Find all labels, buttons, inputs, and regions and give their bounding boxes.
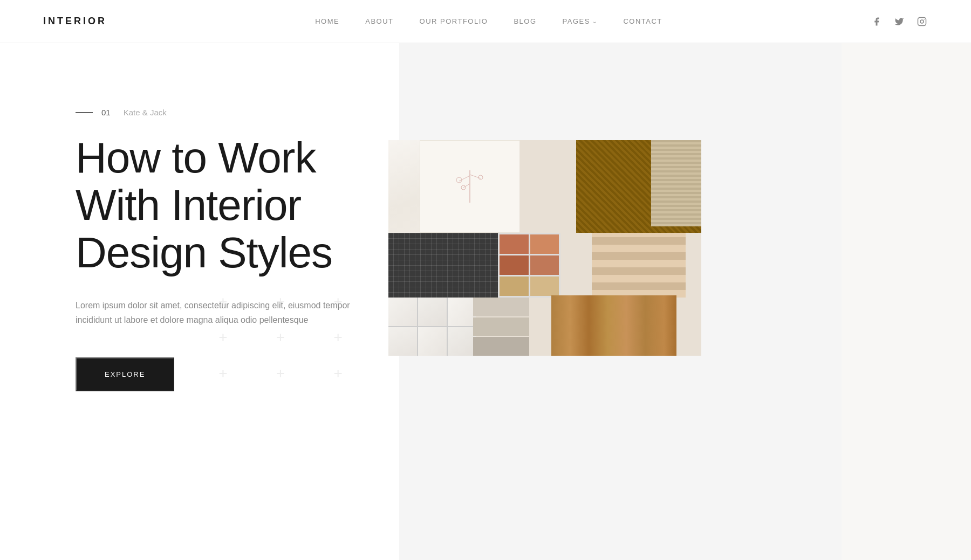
stone-swatch — [473, 298, 529, 316]
nav-item-pages[interactable]: PAGES ⌄ — [563, 17, 598, 25]
stone-swatch — [473, 337, 529, 356]
marble-tile — [448, 298, 476, 326]
plus-sign: + — [194, 284, 252, 320]
main-content: 01 Kate & Jack How to Work With Interior… — [0, 43, 971, 560]
logo[interactable]: INTERIOR — [43, 16, 107, 27]
swatch — [500, 276, 529, 296]
slide-indicator: 01 Kate & Jack — [76, 108, 399, 117]
marble-tile — [418, 327, 447, 356]
plus-decorations: + + + + + + + + + — [194, 284, 367, 391]
fabric-striped — [592, 233, 686, 298]
swatch — [530, 255, 559, 275]
hero-right — [399, 43, 971, 560]
slide-author: Kate & Jack — [124, 108, 167, 117]
fabric-plaid — [388, 233, 501, 298]
plus-sign: + — [252, 284, 310, 320]
svg-point-2 — [924, 19, 925, 20]
nav-item-contact[interactable]: CONTACT — [623, 17, 662, 25]
swatch — [500, 255, 529, 275]
marble-tiles — [388, 298, 476, 356]
plus-sign: + — [309, 320, 367, 356]
instagram-icon[interactable] — [916, 16, 928, 27]
stone-swatches — [473, 298, 529, 356]
svg-point-7 — [478, 175, 483, 179]
plus-sign: + — [194, 356, 252, 392]
slide-number: 01 — [101, 108, 111, 117]
swatch — [500, 234, 529, 254]
marble-tile — [448, 327, 476, 356]
explore-button[interactable]: EXPLORE — [76, 357, 174, 391]
swatch — [530, 234, 559, 254]
svg-line-4 — [459, 176, 470, 181]
slide-line — [76, 112, 93, 113]
nav-item-portfolio[interactable]: OUR PORTFOLIO — [420, 17, 488, 25]
right-panel — [842, 43, 971, 560]
facebook-icon[interactable] — [871, 16, 883, 27]
main-nav: HOME ABOUT OUR PORTFOLIO BLOG PAGES ⌄ CO… — [315, 17, 662, 25]
stone-swatch — [473, 317, 529, 336]
chevron-down-icon: ⌄ — [592, 18, 598, 24]
plus-sign: + — [309, 356, 367, 392]
wood-plank — [551, 295, 676, 356]
plus-sign: + — [252, 356, 310, 392]
hero-left: 01 Kate & Jack How to Work With Interior… — [0, 43, 399, 434]
svg-line-5 — [470, 175, 481, 178]
mood-board — [388, 140, 701, 356]
header: INTERIOR HOME ABOUT OUR PORTFOLIO BLOG P… — [0, 0, 971, 43]
fabric-woven — [651, 140, 701, 226]
marble-tile — [418, 298, 447, 326]
plus-sign: + — [252, 320, 310, 356]
nav-item-blog[interactable]: BLOG — [514, 17, 536, 25]
svg-point-1 — [920, 20, 924, 23]
nav-item-about[interactable]: ABOUT — [365, 17, 393, 25]
floral-card — [420, 140, 520, 233]
swatch — [530, 276, 559, 296]
twitter-icon[interactable] — [893, 16, 905, 27]
nav-item-home[interactable]: HOME — [315, 17, 339, 25]
plus-sign: + — [194, 320, 252, 356]
color-swatches — [498, 233, 560, 298]
hero-heading: How to Work With Interior Design Styles — [76, 134, 399, 276]
social-links — [871, 16, 928, 27]
svg-rect-0 — [918, 17, 926, 25]
hero-image — [388, 140, 701, 356]
plus-sign: + — [309, 284, 367, 320]
